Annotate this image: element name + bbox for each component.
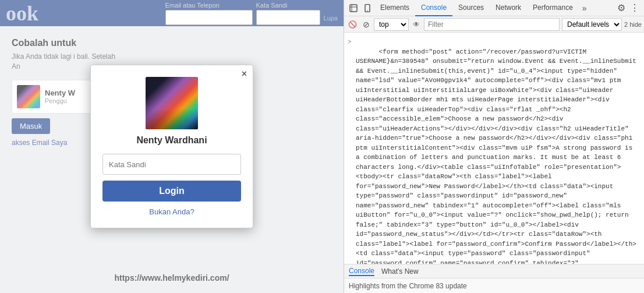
devtools-more-tabs-icon[interactable]: » bbox=[579, 3, 590, 13]
modal-user-name: Nenty Wardhani bbox=[136, 135, 207, 146]
console-html-output: <form method="post" action="/recover/pas… bbox=[344, 35, 644, 264]
login-modal: × Nenty Wardhani Login Bukan Anda? bbox=[90, 65, 253, 228]
devtools-inspect-icon[interactable] bbox=[346, 1, 360, 15]
tab-console[interactable]: Console bbox=[415, 0, 452, 16]
svg-rect-0 bbox=[350, 5, 357, 12]
modal-body: Nenty Wardhani Login Bukan Anda? bbox=[91, 65, 253, 228]
console-filter-input[interactable] bbox=[424, 18, 560, 31]
tab-performance[interactable]: Performance bbox=[527, 0, 579, 16]
console-hidden-count: 2 hide bbox=[624, 21, 642, 28]
console-output: <form method="post" action="/recover/pas… bbox=[344, 33, 644, 264]
facebook-page: ook Email atau Telepon Kata Sandi Lupa C… bbox=[0, 0, 344, 293]
svg-point-4 bbox=[367, 10, 368, 11]
console-stop-icon[interactable]: 🚫 bbox=[346, 19, 359, 30]
tab-network[interactable]: Network bbox=[490, 0, 527, 16]
devtools-panel: Elements Console Sources Network Perform… bbox=[344, 0, 644, 293]
devtools-settings-icon[interactable]: ⚙ bbox=[615, 2, 628, 13]
tab-elements[interactable]: Elements bbox=[374, 0, 415, 16]
highlights-bar: Highlights from the Chrome 83 update bbox=[344, 278, 644, 293]
console-html-text: <form method="post" action="/recover/pas… bbox=[356, 48, 641, 264]
console-bottom-tabs: Console What's New bbox=[344, 264, 644, 278]
modal-avatar bbox=[146, 77, 198, 129]
devtools-mobile-icon[interactable] bbox=[360, 1, 374, 15]
bottom-tab-whatsnew[interactable]: What's New bbox=[381, 267, 419, 276]
console-eye-icon[interactable]: 👁 bbox=[411, 19, 422, 30]
avatar-image bbox=[146, 77, 198, 129]
bottom-tab-console[interactable]: Console bbox=[349, 267, 374, 276]
console-clear-icon[interactable]: ⊘ bbox=[361, 19, 371, 30]
tab-sources[interactable]: Sources bbox=[452, 0, 490, 16]
modal-login-button[interactable]: Login bbox=[102, 181, 241, 202]
modal-overlay: × Nenty Wardhani Login Bukan Anda? bbox=[0, 0, 344, 293]
modal-password-input[interactable] bbox=[102, 154, 241, 175]
devtools-overflow-icon[interactable]: ⋮ bbox=[628, 2, 642, 13]
modal-close-button[interactable]: × bbox=[242, 69, 247, 79]
modal-not-you-link[interactable]: Bukan Anda? bbox=[149, 207, 194, 216]
console-context-select[interactable]: top bbox=[374, 18, 409, 31]
devtools-tab-bar: Elements Console Sources Network Perform… bbox=[344, 0, 644, 16]
console-toolbar: 🚫 ⊘ top 👁 Default levels 2 hide bbox=[344, 16, 644, 33]
console-levels-select[interactable]: Default levels bbox=[562, 18, 622, 31]
